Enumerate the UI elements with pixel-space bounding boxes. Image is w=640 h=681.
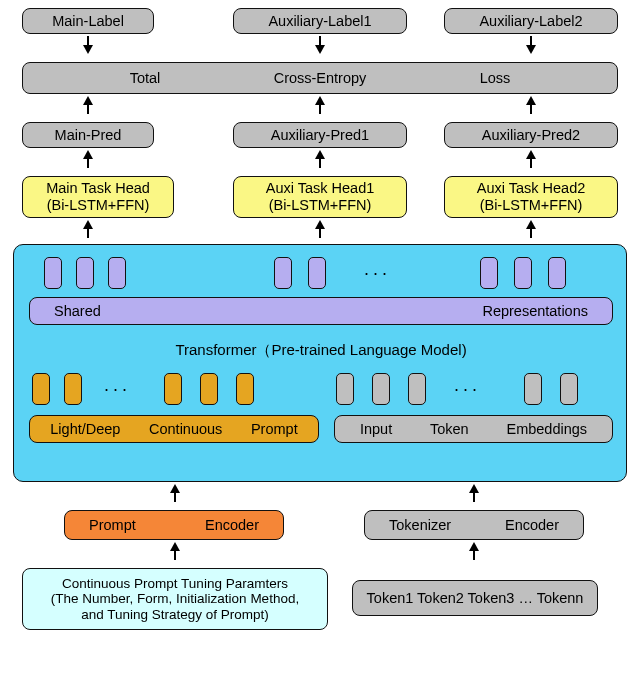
loss-word: Total bbox=[130, 70, 161, 87]
prompt-token bbox=[236, 373, 254, 405]
main-head-text: Main Task Head (Bi-LSTM+FFN) bbox=[46, 180, 150, 213]
transformer-title-text: Transformer（Pre-trained Language Model) bbox=[175, 341, 466, 358]
tok-enc-word: Encoder bbox=[505, 517, 559, 534]
input-token bbox=[372, 373, 390, 405]
aux2-head-box: Auxi Task Head2 (Bi-LSTM+FFN) bbox=[444, 176, 618, 218]
tokenizer-encoder-box: Tokenizer Encoder bbox=[364, 510, 584, 540]
prompt-token bbox=[32, 373, 50, 405]
prompt-token bbox=[164, 373, 182, 405]
input-embed-word: Token bbox=[430, 421, 469, 438]
prompt-encoder-box: Prompt Encoder bbox=[64, 510, 284, 540]
prompt-token bbox=[200, 373, 218, 405]
prompt-enc-word: Prompt bbox=[89, 517, 136, 534]
input-embed-word: Input bbox=[360, 421, 392, 438]
aux1-head-box: Auxi Task Head1 (Bi-LSTM+FFN) bbox=[233, 176, 407, 218]
aux1-label-box: Auxiliary-Label1 bbox=[233, 8, 407, 34]
repr-token bbox=[274, 257, 292, 289]
prompt-embed-word: Prompt bbox=[251, 421, 298, 438]
loss-box: Total Cross-Entropy Loss bbox=[22, 62, 618, 94]
aux2-head-text: Auxi Task Head2 (Bi-LSTM+FFN) bbox=[477, 180, 586, 213]
ellipsis-icon: ··· bbox=[104, 379, 131, 400]
ellipsis-icon: ··· bbox=[364, 263, 391, 284]
input-token bbox=[560, 373, 578, 405]
repr-token bbox=[480, 257, 498, 289]
aux1-label-text: Auxiliary-Label1 bbox=[268, 13, 371, 30]
prompt-params-text: Continuous Prompt Tuning Paramters (The … bbox=[51, 576, 299, 623]
prompt-enc-word: Encoder bbox=[205, 517, 259, 534]
prompt-embed-box: Light/Deep Continuous Prompt bbox=[29, 415, 319, 443]
prompt-token bbox=[64, 373, 82, 405]
ellipsis-icon: ··· bbox=[454, 379, 481, 400]
aux1-head-text: Auxi Task Head1 (Bi-LSTM+FFN) bbox=[266, 180, 375, 213]
main-label-text: Main-Label bbox=[52, 13, 124, 30]
repr-token bbox=[514, 257, 532, 289]
tokens-text: Token1 Token2 Token3 … Tokenn bbox=[367, 590, 584, 607]
shared-word: Shared bbox=[54, 303, 101, 320]
prompt-params-box: Continuous Prompt Tuning Paramters (The … bbox=[22, 568, 328, 630]
shared-word: Representations bbox=[482, 303, 588, 320]
shared-repr-box: Shared Representations bbox=[29, 297, 613, 325]
loss-word: Cross-Entropy bbox=[274, 70, 367, 87]
loss-word: Loss bbox=[480, 70, 511, 87]
aux2-label-text: Auxiliary-Label2 bbox=[479, 13, 582, 30]
repr-token bbox=[44, 257, 62, 289]
aux2-pred-box: Auxiliary-Pred2 bbox=[444, 122, 618, 148]
input-embed-word: Embeddings bbox=[506, 421, 587, 438]
prompt-embed-word: Continuous bbox=[149, 421, 222, 438]
repr-token bbox=[308, 257, 326, 289]
transformer-title: Transformer（Pre-trained Language Model) bbox=[14, 341, 628, 358]
main-head-box: Main Task Head (Bi-LSTM+FFN) bbox=[22, 176, 174, 218]
input-embed-box: Input Token Embeddings bbox=[334, 415, 613, 443]
repr-token bbox=[108, 257, 126, 289]
aux1-pred-box: Auxiliary-Pred1 bbox=[233, 122, 407, 148]
repr-token bbox=[548, 257, 566, 289]
input-token bbox=[336, 373, 354, 405]
main-pred-box: Main-Pred bbox=[22, 122, 154, 148]
main-label-box: Main-Label bbox=[22, 8, 154, 34]
prompt-embed-word: Light/Deep bbox=[50, 421, 120, 438]
tok-enc-word: Tokenizer bbox=[389, 517, 451, 534]
main-pred-text: Main-Pred bbox=[55, 127, 122, 144]
repr-token bbox=[76, 257, 94, 289]
aux1-pred-text: Auxiliary-Pred1 bbox=[271, 127, 369, 144]
tokens-box: Token1 Token2 Token3 … Tokenn bbox=[352, 580, 598, 616]
input-token bbox=[524, 373, 542, 405]
input-token bbox=[408, 373, 426, 405]
aux2-pred-text: Auxiliary-Pred2 bbox=[482, 127, 580, 144]
transformer-block: ··· Shared Representations Transformer（P… bbox=[13, 244, 627, 482]
aux2-label-box: Auxiliary-Label2 bbox=[444, 8, 618, 34]
